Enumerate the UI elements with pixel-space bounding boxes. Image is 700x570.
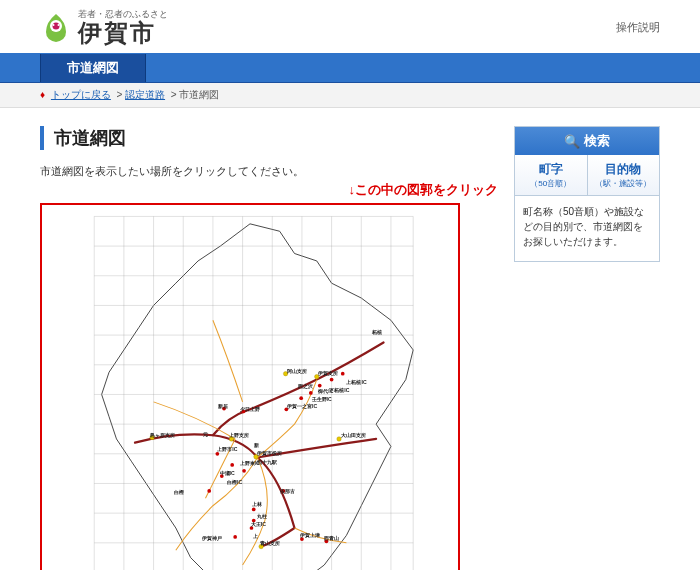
map-node — [299, 396, 303, 400]
logo: 若者・忍者のふるさと 伊賀市 — [40, 10, 168, 45]
svg-point-1 — [53, 22, 60, 29]
map-label: 中瀬IC — [220, 470, 235, 476]
tab-sublabel: （50音順） — [517, 178, 585, 189]
search-tab-town[interactable]: 町字 （50音順） — [515, 155, 588, 195]
map-label: 伊賀一之宮IC — [286, 403, 317, 410]
breadcrumb-current: 市道網図 — [179, 89, 219, 100]
map-label: 新 — [253, 442, 259, 448]
tab-label: 目的物 — [590, 161, 658, 178]
map-label: 元 — [202, 431, 208, 437]
header: 若者・忍者のふるさと 伊賀市 操作説明 — [0, 0, 700, 53]
map-label: 上野支所 — [228, 432, 249, 438]
map-node — [207, 489, 211, 493]
nav-bar: 市道網図 — [0, 53, 700, 83]
map-node — [341, 372, 345, 376]
map-label: 上林 — [251, 501, 263, 507]
map-label: 新居 — [217, 403, 228, 409]
tagline: 若者・忍者のふるさと — [78, 10, 168, 19]
search-description: 町名称（50音順）や施設などの目的別で、市道網図をお探しいただけます。 — [515, 196, 659, 261]
map-index[interactable]: 阿山支所伊賀支所上柘植IC下柘植IC柘植壬生野IC御代IC西之沢伊賀一之宮IC夕… — [40, 203, 460, 570]
breadcrumb-home[interactable]: トップに戻る — [51, 89, 111, 100]
instruction-text: 市道網図を表示したい場所をクリックしてください。 — [40, 164, 498, 179]
map-svg[interactable]: 阿山支所伊賀支所上柘植IC下柘植IC柘植壬生野IC御代IC西之沢伊賀一之宮IC夕… — [46, 209, 454, 570]
map-label: 壬生野IC — [311, 396, 332, 402]
map-label: 西之沢 — [297, 383, 314, 389]
map-label: 丸柱 — [256, 513, 267, 519]
map-label: 青山支所 — [259, 540, 280, 546]
map-label: 西青山 — [323, 535, 339, 541]
map-label: 阿山支所 — [287, 368, 307, 374]
map-label: 依那古 — [279, 488, 295, 494]
map-label: 白樫 — [174, 489, 185, 495]
map-node — [252, 508, 256, 512]
map-node — [233, 535, 237, 539]
help-link[interactable]: 操作説明 — [616, 20, 660, 35]
map-node — [242, 469, 246, 473]
map-label: 伊賀市役所 — [256, 450, 282, 457]
click-hint: ↓この中の図郭をクリック — [40, 181, 498, 199]
page-title: 市道網図 — [40, 126, 498, 150]
logo-icon — [40, 12, 72, 44]
map-label: 御代IC — [317, 388, 333, 394]
map-label: 上野市IC — [216, 446, 237, 452]
map-node — [230, 463, 234, 467]
search-header: 🔍 検索 — [515, 127, 659, 155]
search-icon: 🔍 — [564, 134, 580, 149]
map-label: 上 — [252, 533, 258, 539]
map-label: 島ヶ原支所 — [150, 432, 175, 438]
map-label: 夕日上野 — [239, 406, 260, 412]
map-label: 柘植 — [371, 329, 382, 335]
search-panel: 🔍 検索 町字 （50音順） 目的物 （駅・施設等） 町名称（50音順）や施設な… — [514, 126, 660, 262]
map-node — [318, 384, 322, 388]
search-title: 検索 — [584, 132, 610, 150]
svg-point-3 — [58, 24, 60, 26]
tab-label: 町字 — [517, 161, 585, 178]
map-label: 伊賀支所 — [317, 370, 338, 377]
map-node — [309, 391, 313, 395]
map-label: 四十九駅 — [257, 459, 278, 465]
nav-tab-roadmap[interactable]: 市道網図 — [40, 54, 146, 82]
breadcrumb-level1[interactable]: 認定道路 — [125, 89, 165, 100]
home-icon: ♦ — [40, 89, 45, 100]
map-label: 伊賀神戸 — [201, 535, 222, 542]
map-node — [216, 452, 220, 456]
map-label: 大山田支所 — [341, 432, 366, 438]
map-node — [330, 378, 334, 382]
map-label: 伊賀上津 — [299, 532, 320, 539]
grid[interactable] — [94, 216, 413, 570]
map-label: 大王IC — [251, 521, 266, 527]
breadcrumb: ♦ トップに戻る > 認定道路 > 市道網図 — [0, 83, 700, 108]
svg-point-2 — [53, 24, 55, 26]
search-tab-facility[interactable]: 目的物 （駅・施設等） — [588, 155, 660, 195]
city-name: 伊賀市 — [78, 21, 168, 45]
map-label: 上柘植IC — [345, 379, 366, 385]
tab-sublabel: （駅・施設等） — [590, 178, 658, 189]
map-label: 白樫IC — [227, 479, 242, 485]
